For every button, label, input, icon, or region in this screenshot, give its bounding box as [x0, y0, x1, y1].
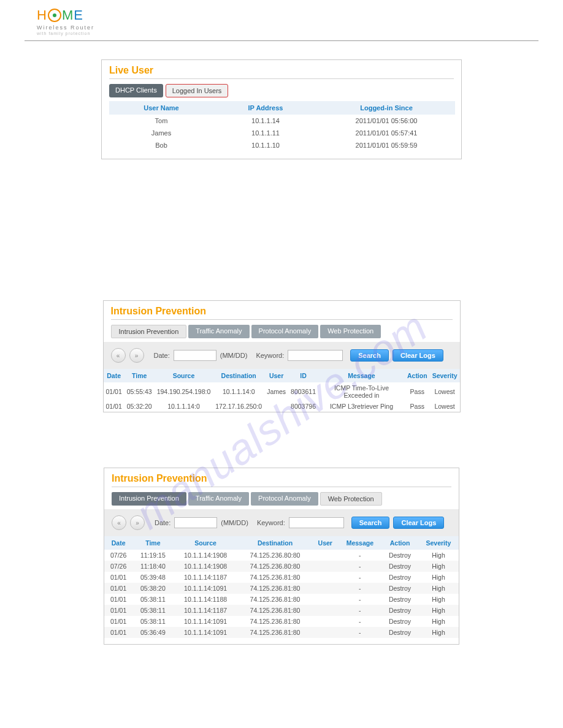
cell-date: 01/01	[104, 605, 132, 616]
col-user: User	[312, 536, 338, 550]
keyword-input[interactable]	[288, 350, 343, 361]
cell-user	[312, 627, 338, 638]
cell-user	[312, 594, 338, 605]
table-row: 01/0105:38:1110.1.1.14:109174.125.236.81…	[104, 616, 459, 627]
live-user-table: User Name IP Address Logged-in Since Tom…	[109, 101, 455, 151]
cell-user	[312, 616, 338, 627]
cell-action: Destroy	[381, 627, 418, 638]
next-button[interactable]: »	[129, 348, 144, 363]
prev-button[interactable]: «	[112, 515, 126, 530]
col-user: User	[264, 369, 288, 382]
tab-intrusion-prevention[interactable]: Intrusion Prevention	[112, 492, 186, 506]
cell-action: Destroy	[381, 583, 418, 594]
cell-action: Destroy	[381, 616, 418, 627]
date-hint: (MM/DD)	[221, 519, 248, 526]
table-row: 01/0105:38:2010.1.1.14:109174.125.236.81…	[104, 583, 459, 594]
panel-title: Intrusion Prevention	[104, 468, 459, 487]
cell-severity: Lowest	[430, 401, 460, 412]
cell-src: 194.190.254.198:0	[155, 382, 213, 401]
cell-src: 10.1.1.14:1188	[173, 594, 237, 605]
cell-dst: 10.1.1.14:0	[213, 382, 264, 401]
cell-time: 11:18:40	[132, 561, 173, 572]
cell-user: James	[109, 127, 213, 139]
keyword-label: Keyword:	[256, 352, 284, 359]
table-row: James10.1.1.112011/01/01 05:57:41	[109, 127, 455, 139]
tab-web-protection[interactable]: Web Protection	[320, 325, 381, 338]
tab-dhcp-clients[interactable]: DHCP Clients	[109, 84, 163, 97]
table-row: 01/0105:32:2010.1.1.14:0172.17.16.250:08…	[104, 401, 460, 412]
table-row: 01/0105:55:43194.190.254.198:010.1.1.14:…	[104, 382, 460, 401]
brand-logo: H M E Wireless Router with family protec…	[25, 6, 538, 38]
cell-dst: 74.125.236.81:80	[238, 605, 312, 616]
search-button[interactable]: Search	[351, 517, 390, 529]
tab-traffic-anomaly[interactable]: Traffic Anomaly	[188, 492, 249, 506]
cell-action: Destroy	[381, 572, 418, 583]
header-divider	[25, 40, 538, 41]
col-severity: Severity	[430, 369, 460, 382]
cell-ip: 10.1.1.14	[213, 115, 318, 127]
col-logged-in-since: Logged-in Since	[318, 101, 455, 115]
cell-src: 10.1.1.14:1908	[173, 550, 237, 561]
keyword-label: Keyword:	[257, 519, 285, 526]
cell-severity: High	[418, 572, 459, 583]
cell-ip: 10.1.1.11	[213, 127, 318, 139]
clear-logs-button[interactable]: Clear Logs	[393, 349, 443, 362]
date-label: Date:	[154, 352, 170, 359]
table-row: Bob10.1.1.102011/01/01 05:59:59	[109, 139, 455, 151]
panel-title: Intrusion Prevention	[104, 301, 460, 319]
cell-time: 05:38:11	[132, 616, 173, 627]
cell-dst: 74.125.236.80:80	[238, 550, 312, 561]
cell-src: 10.1.1.14:0	[155, 401, 213, 412]
cell-msg: ICMP Time-To-Live Exceeded in	[318, 382, 405, 401]
tab-protocol-anomaly[interactable]: Protocol Anomaly	[251, 492, 318, 506]
date-input[interactable]	[174, 517, 217, 528]
table-row: 01/0105:38:1110.1.1.14:118874.125.236.81…	[104, 594, 459, 605]
cell-time: 05:36:49	[132, 627, 173, 638]
next-button[interactable]: »	[130, 515, 145, 530]
date-input[interactable]	[174, 350, 216, 361]
cell-severity: High	[418, 594, 459, 605]
cell-action: Destroy	[381, 594, 418, 605]
col-source: Source	[173, 536, 237, 550]
cell-src: 10.1.1.14:1187	[173, 572, 237, 583]
col-message: Message	[338, 536, 381, 550]
cell-severity: High	[418, 561, 459, 572]
table-row: 01/0105:39:4810.1.1.14:118774.125.236.81…	[104, 572, 459, 583]
cell-severity: High	[418, 605, 459, 616]
cell-action: Destroy	[381, 561, 418, 572]
cell-id: 8003796	[288, 401, 318, 412]
cell-time: 05:55:43	[124, 382, 155, 401]
col-source: Source	[155, 369, 213, 382]
tab-web-protection[interactable]: Web Protection	[320, 492, 382, 506]
cell-msg: -	[338, 594, 381, 605]
clear-logs-button[interactable]: Clear Logs	[393, 517, 444, 529]
title-divider	[111, 319, 453, 320]
table-row: 01/0105:36:4910.1.1.14:109174.125.236.81…	[104, 627, 459, 638]
cell-time: 05:38:11	[132, 605, 173, 616]
col-date: Date	[104, 369, 124, 382]
keyword-input[interactable]	[289, 517, 344, 528]
col-severity: Severity	[418, 536, 459, 550]
table-row: 01/0105:38:1110.1.1.14:118774.125.236.81…	[104, 605, 459, 616]
tab-traffic-anomaly[interactable]: Traffic Anomaly	[188, 325, 249, 338]
cell-time: 05:39:48	[132, 572, 173, 583]
date-label: Date:	[155, 519, 170, 526]
col-action: Action	[405, 369, 430, 382]
table-row: 07/2611:19:1510.1.1.14:190874.125.236.80…	[104, 550, 459, 561]
date-hint: (MM/DD)	[220, 352, 248, 359]
tab-intrusion-prevention[interactable]: Intrusion Prevention	[111, 325, 187, 338]
cell-msg: -	[338, 627, 381, 638]
intrusion-prevention-panel-2: Intrusion Prevention Intrusion Preventio…	[104, 468, 459, 645]
cell-time: 05:38:11	[132, 594, 173, 605]
search-button[interactable]: Search	[350, 349, 389, 362]
cell-time: 11:19:15	[132, 550, 173, 561]
logo-letter-o	[48, 9, 61, 22]
logo-letter-m: M	[62, 7, 74, 23]
tab-logged-in-users[interactable]: Logged In Users	[166, 84, 229, 97]
tab-protocol-anomaly[interactable]: Protocol Anomaly	[251, 325, 319, 338]
cell-action: Pass	[405, 401, 430, 412]
prev-button[interactable]: «	[111, 348, 126, 363]
col-time: Time	[124, 369, 155, 382]
title-divider	[109, 78, 454, 79]
panel-title: Live User	[102, 60, 461, 78]
